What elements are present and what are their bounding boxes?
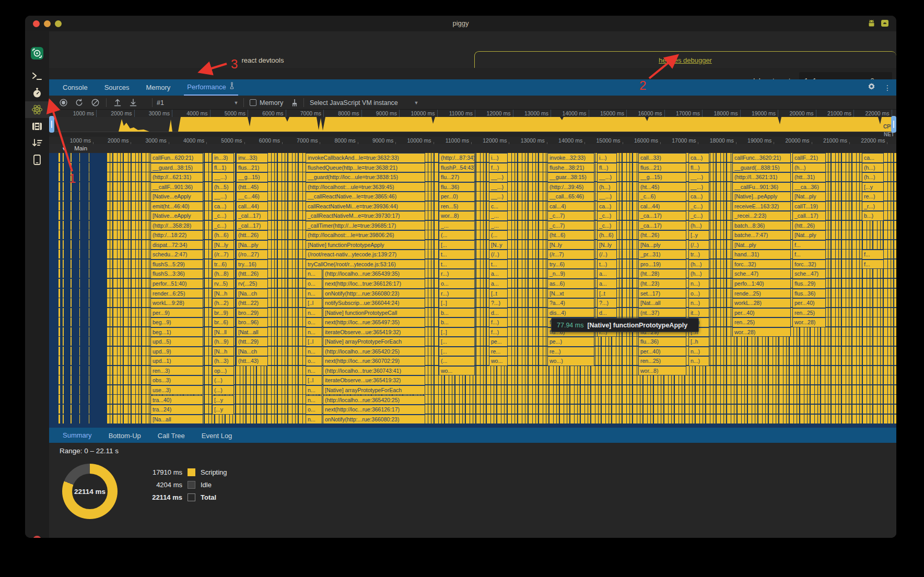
flame-cell[interactable]: _c...7) <box>547 221 594 231</box>
flame-cell[interactable]: (/..) <box>688 240 709 250</box>
flame-cell[interactable]: callF...21) <box>792 153 826 163</box>
flame-cell[interactable]: wo...) <box>547 356 594 366</box>
flame-cell[interactable]: (h...) <box>688 221 709 231</box>
flame-cell[interactable]: pe...) <box>547 337 594 347</box>
flame-cell[interactable]: _call...17) <box>792 211 826 221</box>
flame-cell[interactable]: _c...) <box>212 221 234 231</box>
flame-cell[interactable]: (/r...7) <box>547 250 594 260</box>
flame-cell[interactable]: [...y <box>212 405 234 415</box>
flame-cell[interactable]: wor...28) <box>732 327 791 337</box>
flame-cell[interactable]: __...) <box>489 192 508 202</box>
flame-cell[interactable]: flushS...5:29) <box>150 260 203 269</box>
flame-cell[interactable]: flu...36) <box>439 182 475 192</box>
flame-cell[interactable]: o... <box>306 317 322 327</box>
flame-cell[interactable]: it...) <box>688 308 709 318</box>
flame-cell[interactable]: (h...) <box>688 269 709 279</box>
flame-cell[interactable]: re...) <box>547 347 594 357</box>
flame-cell[interactable]: bro...96) <box>236 317 268 327</box>
flame-cell[interactable]: __guard...38:15) <box>150 163 203 173</box>
flame-cell[interactable]: (/..) <box>489 250 508 260</box>
flame-cell[interactable]: __g...15) <box>638 172 686 182</box>
flame-cell[interactable]: [N...h <box>212 347 234 357</box>
flame-cell[interactable]: [..y <box>688 230 709 240</box>
flame-cell[interactable]: ren...25) <box>792 308 826 318</box>
flame-cell[interactable]: (h...9) <box>212 337 234 347</box>
flame-cell[interactable]: invokeCallbackAnd...le=true:3632:33) <box>306 153 425 163</box>
flame-cell[interactable]: [... <box>439 240 475 250</box>
flame-cell[interactable]: a... <box>597 279 617 289</box>
pause-icon[interactable] <box>25 532 49 538</box>
flame-chart[interactable]: callFun...620:21)__guard...38:15)(http:/… <box>49 153 896 428</box>
flame-cell[interactable]: __callFu...901:36) <box>732 182 791 192</box>
flame-cell[interactable]: __guar...38:15) <box>547 172 594 182</box>
flame-cell[interactable]: upd...1) <box>150 356 203 366</box>
flame-cell[interactable]: n...) <box>688 356 709 366</box>
clear-button[interactable] <box>90 96 100 110</box>
flame-cell[interactable]: __...) <box>688 172 709 182</box>
flame-cell[interactable]: [N...ly <box>212 240 234 250</box>
flame-cell[interactable]: (http://localho...rue:365439:35) <box>323 269 425 279</box>
flame-cell[interactable]: re...) <box>862 192 884 202</box>
flame-cell[interactable]: cal...44) <box>638 202 686 211</box>
tab-hermes-debugger-label[interactable]: hermes debugger <box>474 56 896 64</box>
flame-cell[interactable]: op...) <box>212 366 234 376</box>
flame-cell[interactable]: _c...) <box>688 211 709 221</box>
flame-cell[interactable]: flus...21) <box>236 163 268 173</box>
flame-cell[interactable]: [N..ly <box>547 240 594 250</box>
flame-cell[interactable]: ren...25) <box>638 356 686 366</box>
flame-cell[interactable]: (htt...22) <box>236 298 268 308</box>
flame-cell[interactable]: [..l <box>306 337 322 347</box>
flame-cell[interactable]: (h...6) <box>597 230 617 240</box>
flame-cell[interactable]: ?a...4) <box>547 298 594 308</box>
record-button[interactable] <box>59 96 68 110</box>
flame-cell[interactable]: inv...33) <box>236 153 268 163</box>
devtools-tab-console[interactable]: Console <box>60 79 91 96</box>
flame-cell[interactable]: (/..) <box>597 250 617 260</box>
flame-cell[interactable]: [Native] arrayPrototypeForEach <box>323 337 425 347</box>
flame-cell[interactable]: batche...7:47) <box>732 230 791 240</box>
flame-cell[interactable]: b... <box>439 317 475 327</box>
flame-cell[interactable]: _pr...31) <box>638 250 686 260</box>
flame-cell[interactable]: [Na...ch <box>236 347 268 357</box>
flame-cell[interactable]: tr...) <box>688 250 709 260</box>
flame-cell[interactable]: (h...) <box>688 260 709 269</box>
capture-select[interactable]: #1 <box>157 96 164 110</box>
flame-cell[interactable]: (ht...28) <box>638 269 686 279</box>
flame-cell[interactable]: (h...) <box>862 163 884 173</box>
capture-select-chevron-icon[interactable]: ▼ <box>233 96 239 110</box>
flame-cell[interactable]: ?...) <box>489 298 508 308</box>
flame-cell[interactable]: workL...28) <box>732 298 791 308</box>
flame-cell[interactable]: _n...9) <box>547 269 594 279</box>
flame-cell[interactable]: batch...8:36) <box>732 221 791 231</box>
flame-cell[interactable]: (htt...26) <box>236 269 268 279</box>
flame-cell[interactable]: per...9) <box>150 308 203 318</box>
stopwatch-icon[interactable] <box>25 85 49 101</box>
flame-cell[interactable]: (htt...29) <box>236 337 268 347</box>
flame-cell[interactable]: (h...2) <box>212 298 234 308</box>
flame-cell[interactable]: iterateObserve...ue:365419:32) <box>323 327 425 337</box>
flame-cell[interactable]: n... <box>306 347 322 357</box>
flame-cell[interactable]: b... <box>439 308 475 318</box>
flame-cell[interactable]: rv(...25) <box>236 279 268 289</box>
flame-cell[interactable]: (h...) <box>862 172 884 182</box>
flame-cell[interactable]: __...) <box>489 182 508 192</box>
flame-cell[interactable]: [Native]...peApply <box>732 192 791 202</box>
flame-cell[interactable]: o... <box>439 279 475 289</box>
flame-cell[interactable]: [Native...eApply <box>150 192 203 202</box>
flame-cell[interactable]: tryCallOne(/root/r...ytecode.js:53:16) <box>306 260 425 269</box>
flame-cell[interactable]: wor...8) <box>638 366 686 376</box>
flame-cell[interactable]: ca...) <box>688 192 709 202</box>
react-devtools-icon[interactable] <box>25 101 49 118</box>
save-profile-icon[interactable] <box>128 96 138 110</box>
flame-cell[interactable]: emit(ht...46:40) <box>150 202 203 211</box>
flame-cell[interactable]: [..] <box>439 327 475 337</box>
flame-cell[interactable]: flushedQueue(http...le=true:3638:21) <box>306 163 425 173</box>
flame-cell[interactable]: _c...6) <box>638 192 686 202</box>
flame-cell[interactable]: use...3) <box>150 385 203 395</box>
flame-cell[interactable]: callFun...620:21) <box>150 153 203 163</box>
flame-cell[interactable]: wo... <box>439 366 475 376</box>
flame-cell[interactable]: (h...8) <box>212 269 234 279</box>
flame-cell[interactable]: (http://localho...true:360743:41) <box>323 366 425 376</box>
flame-cell[interactable]: _c...) <box>688 202 709 211</box>
flame-cell[interactable]: next(http://loc...rue:360702:29) <box>323 356 425 366</box>
